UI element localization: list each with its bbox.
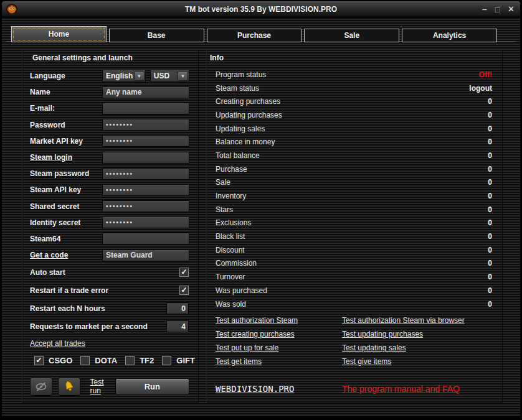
info-label: Was sold bbox=[216, 300, 246, 309]
info-value: 0 bbox=[488, 111, 492, 119]
form-row: LanguageEnglish▾USD▾ bbox=[30, 68, 189, 84]
link-test-updating-purchases[interactable]: Test updating purchases bbox=[342, 330, 502, 338]
hide-button[interactable] bbox=[30, 378, 52, 396]
info-row-was-purchased: Was purchased0 bbox=[207, 284, 502, 297]
form-row: Get a code bbox=[30, 247, 189, 263]
checkbox-auto-start[interactable]: ✓ bbox=[179, 268, 189, 277]
game-label: CSGO bbox=[49, 356, 72, 365]
link-test-put-up-for-sale[interactable]: Test put up for sale bbox=[216, 343, 342, 352]
info-value: 0 bbox=[488, 192, 492, 200]
label-get-a-code[interactable]: Get a code bbox=[30, 251, 102, 259]
checkbox-csgo[interactable]: ✓ bbox=[34, 356, 44, 365]
input-requests-to-market-per-a-second[interactable] bbox=[166, 320, 189, 332]
input-steam64[interactable] bbox=[102, 233, 189, 245]
info-value: 0 bbox=[488, 97, 492, 106]
chevron-down-icon[interactable]: ▾ bbox=[178, 71, 188, 81]
label-identity-secret: Identity secret bbox=[30, 218, 102, 227]
tab-label: Home bbox=[49, 30, 69, 39]
test-links: Test authorization SteamTest authorizati… bbox=[207, 314, 502, 368]
info-row-was-sold: Was sold0 bbox=[207, 297, 502, 311]
accept-all-trades-link[interactable]: Accept all trades bbox=[30, 339, 85, 348]
link-test-authorization-steam[interactable]: Test authorization Steam bbox=[216, 316, 342, 325]
label-restart-each-n-hours: Restart each N hours bbox=[30, 304, 166, 313]
input-steam-api-key[interactable] bbox=[102, 184, 189, 196]
input-e-mail[interactable] bbox=[102, 103, 189, 114]
minimize-button[interactable]: – bbox=[482, 5, 487, 14]
info-rows: Program statusOff!Steam statuslogoutCrea… bbox=[207, 68, 502, 310]
info-value: 0 bbox=[488, 273, 492, 281]
checkbox-restart-if-a-trade-error[interactable]: ✓ bbox=[179, 286, 189, 295]
info-value: Off! bbox=[479, 70, 492, 79]
close-button[interactable]: × bbox=[508, 4, 514, 14]
link-test-give-items[interactable]: Test give items bbox=[342, 357, 502, 366]
info-label: Program status bbox=[216, 70, 266, 79]
tab-bar: HomeBasePurchaseSaleAnalytics bbox=[11, 26, 497, 42]
info-value: logout bbox=[469, 84, 492, 93]
link-test-get-items[interactable]: Test get items bbox=[216, 357, 342, 366]
general-settings-panel: General settings and launch LanguageEngl… bbox=[22, 50, 199, 403]
info-row-black-list: Black list0 bbox=[207, 230, 502, 243]
checkbox-tf2[interactable] bbox=[125, 356, 135, 365]
tab-sale[interactable]: Sale bbox=[304, 29, 399, 42]
info-label: Discount bbox=[216, 246, 245, 254]
game-item-dota: DOTA bbox=[80, 356, 117, 365]
titlebar: TM bot version 35.9 By WEBDIVISION.PRO –… bbox=[2, 1, 520, 17]
test-run-link[interactable]: Test run bbox=[90, 378, 115, 395]
info-row-program-status: Program statusOff! bbox=[207, 68, 502, 82]
form-row: Steam API key bbox=[30, 182, 189, 198]
input-restart-each-n-hours[interactable] bbox=[166, 302, 189, 314]
link-test-creating-purchases[interactable]: Test creating purchases bbox=[216, 330, 342, 338]
sound-button[interactable] bbox=[58, 378, 80, 396]
label-steam-api-key: Steam API key bbox=[30, 185, 102, 194]
manual-faq-link[interactable]: The program manual and FAQ bbox=[342, 384, 502, 394]
language-select[interactable]: English▾ bbox=[102, 70, 146, 82]
info-value: 0 bbox=[488, 218, 492, 227]
chevron-down-icon[interactable]: ▾ bbox=[134, 71, 145, 81]
info-row-discount: Discount0 bbox=[207, 243, 502, 257]
tab-purchase[interactable]: Purchase bbox=[207, 29, 302, 42]
info-value: 0 bbox=[488, 124, 492, 133]
input-get-a-code[interactable] bbox=[102, 250, 189, 261]
input-name[interactable] bbox=[102, 86, 189, 98]
maximize-button[interactable]: □ bbox=[495, 6, 500, 14]
input-password[interactable] bbox=[102, 119, 189, 131]
checkbox-dota[interactable] bbox=[80, 356, 90, 365]
form-row: Market API key bbox=[30, 133, 189, 149]
tab-label: Base bbox=[148, 31, 166, 40]
label-steam-login[interactable]: Steam login bbox=[30, 153, 102, 162]
tab-analytics[interactable]: Analytics bbox=[402, 29, 497, 42]
selected-option: USD bbox=[151, 72, 178, 80]
game-label: DOTA bbox=[95, 356, 117, 365]
info-footer: WEBDIVISION.PRO The program manual and F… bbox=[207, 384, 502, 394]
info-label: Steam status bbox=[216, 84, 259, 93]
tab-label: Sale bbox=[344, 31, 359, 40]
accept-all-trades-row: Accept all trades bbox=[30, 335, 189, 352]
info-value: 0 bbox=[488, 232, 492, 241]
info-label: Turnover bbox=[216, 273, 245, 281]
input-identity-secret[interactable] bbox=[102, 217, 189, 228]
input-shared-secret[interactable] bbox=[102, 200, 189, 212]
link-test-authorization-steam-via-browser[interactable]: Test authorization Steam via browser bbox=[342, 316, 502, 325]
checkbox-gift[interactable] bbox=[162, 356, 171, 365]
form-row: Identity secret bbox=[30, 215, 189, 231]
window-controls: – □ × bbox=[482, 1, 514, 17]
info-row-sale: Sale0 bbox=[207, 176, 502, 190]
webdivision-link[interactable]: WEBDIVISION.PRO bbox=[216, 384, 342, 394]
form-row: Steam64 bbox=[30, 231, 189, 247]
game-label: TF2 bbox=[140, 356, 154, 365]
label-e-mail: E-mail: bbox=[30, 104, 102, 113]
numerics: Restart each N hoursRequests to market p… bbox=[30, 299, 189, 335]
fields: LanguageEnglish▾USD▾NameE-mail:PasswordM… bbox=[30, 68, 189, 263]
input-market-api-key[interactable] bbox=[102, 135, 189, 147]
tab-home[interactable]: Home bbox=[11, 26, 107, 42]
input-steam-login[interactable] bbox=[102, 152, 189, 164]
currency-select[interactable]: USD▾ bbox=[150, 70, 189, 82]
run-button[interactable]: Run bbox=[115, 378, 189, 395]
info-row-inventory: Inventory0 bbox=[207, 189, 502, 203]
tab-base[interactable]: Base bbox=[109, 29, 204, 42]
panel-title-general: General settings and launch bbox=[27, 50, 189, 62]
input-steam-password[interactable] bbox=[102, 168, 189, 180]
game-checkboxes: ✓CSGODOTATF2GIFT bbox=[30, 352, 189, 369]
info-value: 0 bbox=[488, 138, 492, 146]
link-test-updating-sales[interactable]: Test updating sales bbox=[342, 343, 502, 352]
